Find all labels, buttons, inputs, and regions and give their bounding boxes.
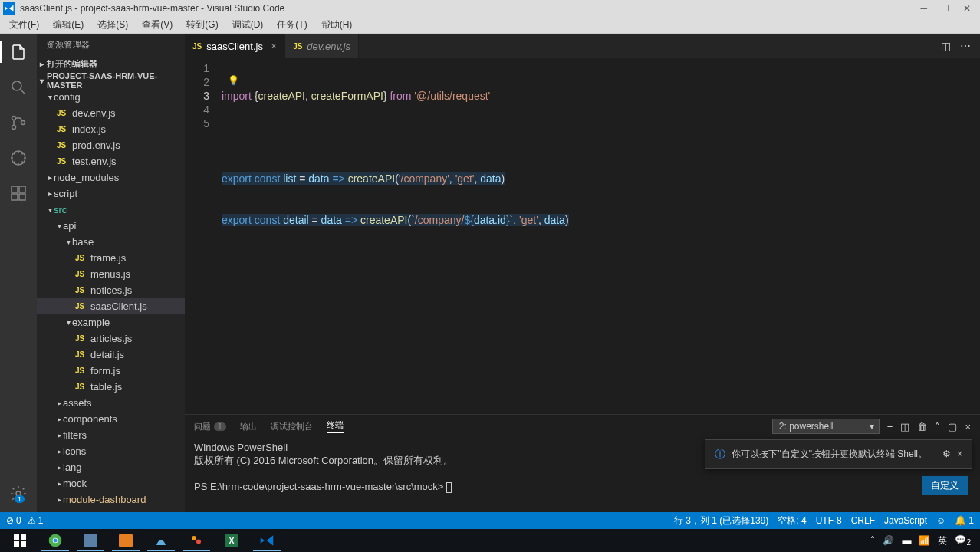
taskbar-app-icon[interactable] xyxy=(109,530,143,551)
taskbar-excel-icon[interactable]: X xyxy=(215,530,248,551)
folder-assets[interactable]: ▸assets xyxy=(37,395,185,411)
search-icon[interactable] xyxy=(8,77,29,98)
open-editors-header[interactable]: ▸打开的编辑器 xyxy=(37,55,185,72)
split-terminal-icon[interactable]: ◫ xyxy=(900,421,909,432)
kill-terminal-icon[interactable]: 🗑 xyxy=(917,421,927,432)
file-table[interactable]: JStable.js xyxy=(37,379,185,395)
file-prod-env[interactable]: JSprod.env.js xyxy=(37,137,185,153)
js-file-icon: JS xyxy=(192,42,202,51)
file-menus[interactable]: JSmenus.js xyxy=(37,266,185,282)
file-dev-env[interactable]: JSdev.env.js xyxy=(37,105,185,121)
split-editor-icon[interactable]: ◫ xyxy=(941,40,951,52)
taskbar-chrome-icon[interactable] xyxy=(38,530,72,551)
editor-area: JS saasClient.js × JS dev.env.js ◫ ⋯ 1 2… xyxy=(185,34,980,512)
status-spaces[interactable]: 空格: 4 xyxy=(778,514,806,527)
start-button[interactable] xyxy=(3,530,37,551)
status-notifications-icon[interactable]: 🔔1 xyxy=(955,515,974,526)
file-index[interactable]: JSindex.js xyxy=(37,121,185,137)
terminal-selector[interactable]: 2: powershell xyxy=(772,419,880,434)
file-notices[interactable]: JSnotices.js xyxy=(37,282,185,298)
source-control-icon[interactable] xyxy=(8,112,29,133)
tab-close-icon[interactable]: × xyxy=(271,40,277,52)
file-test-env[interactable]: JStest.env.js xyxy=(37,153,185,169)
folder-module-dashboard[interactable]: ▸module-dashboard xyxy=(37,491,185,508)
svg-rect-18 xyxy=(119,534,133,547)
tray-wifi-icon[interactable]: 📶 xyxy=(919,535,930,546)
folder-script[interactable]: ▸script xyxy=(37,186,185,202)
tab-dev-env[interactable]: JS dev.env.js xyxy=(285,34,359,58)
taskbar-vscode-icon[interactable] xyxy=(250,530,284,551)
notification-gear-icon[interactable]: ⚙ xyxy=(942,448,951,461)
tray-ime[interactable]: 英 xyxy=(938,534,947,547)
terminal-notification: ⓘ 你可以按下"自定义"按钮并更换默认终端 Shell。 ⚙ × xyxy=(705,439,972,469)
status-cursor-position[interactable]: 行 3，列 1 (已选择139) xyxy=(674,514,768,527)
folder-icons[interactable]: ▸icons xyxy=(37,443,185,459)
file-frame[interactable]: JSframe.js xyxy=(37,250,185,266)
file-detail[interactable]: JSdetail.js xyxy=(37,347,185,363)
svg-point-16 xyxy=(54,539,58,543)
line-gutter: 1 2 3 4 5 xyxy=(185,58,222,414)
debug-icon[interactable] xyxy=(8,147,29,169)
notification-close-icon[interactable]: × xyxy=(957,448,962,461)
customize-button[interactable]: 自定义 xyxy=(922,476,968,495)
status-feedback-icon[interactable]: ☺ xyxy=(936,515,945,526)
status-eol[interactable]: CRLF xyxy=(851,515,875,526)
folder-mock[interactable]: ▸mock xyxy=(37,475,185,491)
settings-gear-icon[interactable]: 1 xyxy=(8,483,29,504)
panel-tab-output[interactable]: 输出 xyxy=(240,421,257,432)
status-bar: ⊘0 ⚠1 行 3，列 1 (已选择139) 空格: 4 UTF-8 CRLF … xyxy=(0,512,980,529)
folder-lang[interactable]: ▸lang xyxy=(37,459,185,475)
extensions-icon[interactable] xyxy=(8,182,29,204)
menu-goto[interactable]: 转到(G) xyxy=(180,17,224,33)
terminal[interactable]: Windows PowerShell 版权所有 (C) 2016 Microso… xyxy=(185,438,980,512)
tray-notifications-icon[interactable]: 💬2 xyxy=(955,534,971,547)
explorer-icon[interactable] xyxy=(8,41,29,63)
file-form[interactable]: JSform.js xyxy=(37,363,185,379)
status-warnings[interactable]: ⚠1 xyxy=(28,515,44,526)
file-articles[interactable]: JSarticles.js xyxy=(37,330,185,347)
panel-tab-debug-console[interactable]: 调试控制台 xyxy=(271,421,313,432)
close-panel-icon[interactable]: × xyxy=(965,421,971,432)
menu-debug[interactable]: 调试(D) xyxy=(226,17,270,33)
lightbulb-icon[interactable]: 💡 xyxy=(228,75,239,86)
minimize-button[interactable]: ─ xyxy=(920,3,927,14)
panel-up-icon[interactable]: ˄ xyxy=(935,421,940,432)
status-errors[interactable]: ⊘0 xyxy=(6,515,21,526)
new-terminal-icon[interactable]: + xyxy=(887,421,893,432)
panel-tab-problems[interactable]: 问题1 xyxy=(194,421,226,432)
code-editor[interactable]: 1 2 3 4 5 import {createAPI, createFormA… xyxy=(185,58,980,414)
folder-base[interactable]: ▾base xyxy=(37,234,185,250)
menu-tasks[interactable]: 任务(T) xyxy=(271,17,313,33)
status-encoding[interactable]: UTF-8 xyxy=(816,515,842,526)
folder-example[interactable]: ▾example xyxy=(37,314,185,330)
menu-file[interactable]: 文件(F) xyxy=(3,17,45,33)
taskbar-app-icon[interactable] xyxy=(144,530,178,551)
taskbar-app-icon[interactable] xyxy=(179,530,213,551)
folder-src[interactable]: ▾src xyxy=(37,202,185,218)
folder-api[interactable]: ▾api xyxy=(37,218,185,234)
svg-text:X: X xyxy=(229,536,234,545)
folder-filters[interactable]: ▸filters xyxy=(37,427,185,443)
folder-module-demo[interactable]: ▸module-demo xyxy=(37,508,185,512)
tray-volume-icon[interactable]: 🔊 xyxy=(883,535,894,546)
close-window-button[interactable]: ✕ xyxy=(963,3,971,14)
more-actions-icon[interactable]: ⋯ xyxy=(960,40,971,52)
folder-components[interactable]: ▸components xyxy=(37,411,185,427)
folder-node-modules[interactable]: ▸node_modules xyxy=(37,169,185,186)
tray-chevron-icon[interactable]: ˄ xyxy=(870,535,875,546)
maximize-button[interactable]: ☐ xyxy=(941,3,949,14)
tray-battery-icon[interactable]: ▬ xyxy=(902,535,911,546)
tab-saas-client[interactable]: JS saasClient.js × xyxy=(185,34,285,58)
menu-view[interactable]: 查看(V) xyxy=(136,17,179,33)
project-header[interactable]: ▾PROJECT-SAAS-HRM-VUE-MASTER xyxy=(37,72,185,89)
panel-tab-terminal[interactable]: 终端 xyxy=(327,419,344,433)
menu-edit[interactable]: 编辑(E) xyxy=(47,17,90,33)
maximize-panel-icon[interactable]: ▢ xyxy=(948,421,957,432)
menu-help[interactable]: 帮助(H) xyxy=(315,17,359,33)
status-language[interactable]: JavaScript xyxy=(884,515,927,526)
file-saas-client[interactable]: JSsaasClient.js xyxy=(37,298,185,314)
taskbar-app-icon[interactable] xyxy=(74,530,107,551)
menu-select[interactable]: 选择(S) xyxy=(91,17,134,33)
code-content[interactable]: import {createAPI, createFormAPI} from '… xyxy=(222,58,980,414)
folder-config[interactable]: ▾config xyxy=(37,89,185,105)
